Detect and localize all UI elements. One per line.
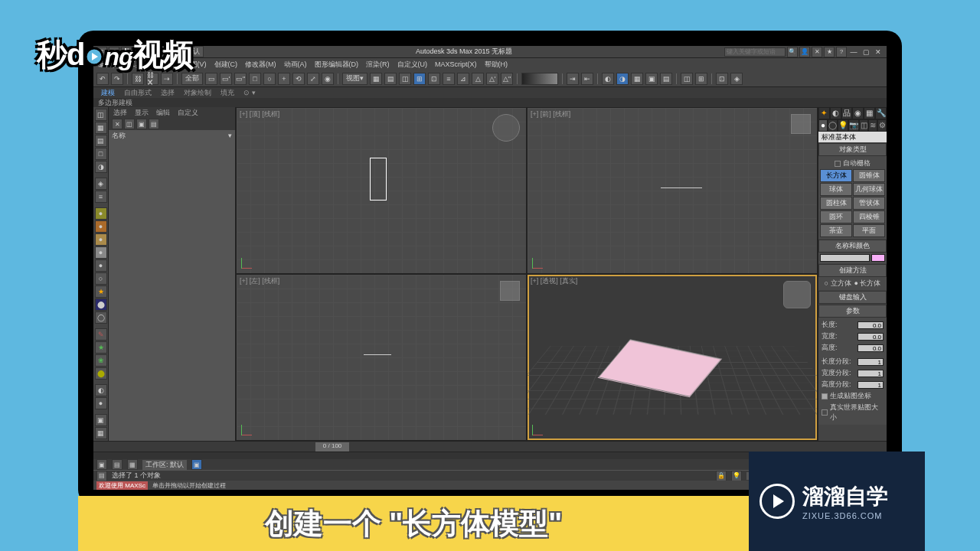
viewport-label[interactable]: [+] [前] [线框] (531, 109, 570, 119)
maximize-button[interactable]: ▢ (861, 47, 871, 57)
geom-sphere-button[interactable]: 球体 (820, 183, 852, 196)
creation-box-radio[interactable]: ● 长方体 (854, 279, 881, 289)
viewcube-icon[interactable] (783, 281, 811, 308)
infocenter-search[interactable] (724, 47, 786, 57)
geom-cone-button[interactable]: 圆锥体 (853, 169, 885, 182)
viewport-label[interactable]: [+] [左] [线框] (240, 276, 279, 286)
tab-motion-icon[interactable]: ◉ (852, 107, 864, 119)
tool-btn[interactable]: ◈ (730, 73, 743, 85)
viewport-label[interactable]: [+] [透视] [真实] (531, 276, 577, 286)
geom-plane-button[interactable]: 平面 (853, 224, 885, 237)
viewcube-icon[interactable] (492, 114, 520, 142)
move-button[interactable]: + (278, 73, 290, 85)
tool-btn[interactable]: △' (486, 73, 498, 85)
scene-tab-custom[interactable]: 自定义 (178, 108, 198, 118)
menu-help[interactable]: 帮助(H) (485, 60, 508, 70)
tab-modify-icon[interactable]: ◐ (830, 107, 841, 119)
lt-icon[interactable]: ⬤ (95, 298, 107, 311)
tool-btn[interactable]: ▣ (645, 73, 658, 85)
lt-icon[interactable]: ● (95, 246, 107, 259)
lt-icon[interactable]: ◯ (95, 311, 107, 324)
height-spinner[interactable]: 0.0 (858, 344, 884, 352)
object-name-field[interactable] (820, 254, 870, 262)
scene-list[interactable] (109, 141, 235, 441)
time-slider-handle[interactable]: 0 / 100 (315, 442, 349, 452)
lt-icon[interactable]: ○ (95, 272, 107, 285)
tab-utilities-icon[interactable]: 🔧 (875, 107, 887, 119)
tool-btn[interactable]: ⊿ (457, 73, 469, 85)
ribbon-tab-more[interactable]: ⊙ ▾ (243, 89, 256, 96)
menu-create[interactable]: 创建(C) (214, 60, 238, 70)
lock-icon[interactable]: 🔒 (716, 471, 727, 481)
tool-btn[interactable]: ≡ (443, 73, 455, 85)
menu-customize[interactable]: 自定义(U) (397, 60, 428, 70)
creation-cube-radio[interactable]: ○ 立方体 (825, 279, 851, 289)
exchange-icon[interactable]: ✕ (812, 47, 822, 57)
tab-create-icon[interactable]: ✦ (818, 107, 830, 119)
tab-hierarchy-icon[interactable]: 品 (841, 107, 853, 119)
subtab-lights-icon[interactable]: 💡 (838, 119, 848, 132)
mini-listener-btn[interactable]: ▣ (96, 459, 107, 470)
lt-icon[interactable]: ✎ (95, 328, 107, 341)
maxscript-listener-icon[interactable]: ▤ (96, 471, 107, 481)
lt-icon[interactable]: ▣ (95, 414, 107, 426)
tool-btn[interactable]: ▭' (220, 73, 232, 85)
lt-icon[interactable]: ★ (95, 285, 107, 298)
tool-btn[interactable]: ◫ (399, 73, 411, 85)
lt-icon[interactable]: ◈ (95, 178, 107, 190)
subtab-cameras-icon[interactable]: 📷 (848, 119, 859, 132)
genmap-checkbox[interactable] (822, 393, 828, 399)
mini-listener-btn[interactable]: ▤ (112, 459, 122, 470)
scene-name-header[interactable]: 名称▾ (109, 130, 235, 141)
viewport-label[interactable]: [+] [顶] [线框] (240, 109, 279, 119)
subtab-shapes-icon[interactable]: ◯ (828, 119, 838, 132)
signin-icon[interactable]: 👤 (799, 47, 810, 57)
material-slot[interactable] (521, 73, 558, 85)
lt-icon[interactable]: ● (95, 233, 107, 246)
ribbon-tab-populate[interactable]: 填充 (220, 88, 234, 98)
geom-torus-button[interactable]: 圆环 (820, 210, 852, 223)
menu-modifiers[interactable]: 修改器(M) (245, 60, 276, 70)
lt-icon[interactable]: ◐ (95, 384, 107, 396)
menu-rendering[interactable]: 渲染(R) (366, 60, 390, 70)
lt-icon[interactable]: ▦ (95, 427, 107, 439)
lt-icon[interactable]: ● (95, 259, 107, 272)
viewport-left[interactable]: [+] [左] [线框] (237, 275, 526, 440)
scene-tool-icon[interactable]: ✕ (112, 119, 122, 129)
menu-maxscript[interactable]: MAXScript(X) (435, 60, 477, 68)
lt-icon[interactable]: ◑ (95, 161, 107, 173)
tool-btn[interactable]: ◐ (602, 73, 614, 85)
ribbon-tab-modeling[interactable]: 建模 (101, 88, 115, 98)
autogrid-checkbox[interactable] (835, 161, 841, 167)
viewcube-icon[interactable] (500, 281, 520, 301)
geom-geosphere-button[interactable]: 几何球体 (853, 183, 885, 196)
statusbar-workspace[interactable]: 工作区: 默认 (142, 460, 187, 470)
geometry-category-dropdown[interactable]: 标准基本体 (818, 132, 887, 142)
listener-prompt[interactable]: 欢迎使用 MAXSc (96, 481, 148, 490)
tool-btn[interactable]: ▭" (234, 73, 247, 85)
lt-icon[interactable]: ≡ (95, 191, 107, 203)
render-setup-button[interactable]: ◑ (616, 73, 629, 85)
tool-btn[interactable]: ⊡ (428, 73, 440, 85)
tool-btn[interactable]: △" (501, 73, 513, 85)
ribbon-tab-freeform[interactable]: 自由形式 (124, 88, 152, 98)
hgtsegs-spinner[interactable]: 1 (858, 381, 884, 389)
tool-btn[interactable]: ○ (263, 73, 276, 85)
rollout-keyboard-entry[interactable]: 键盘输入 (818, 291, 887, 304)
lt-icon[interactable]: ⬤ (95, 367, 107, 380)
lt-icon[interactable]: ★ (95, 341, 107, 354)
geom-box-button[interactable]: 长方体 (820, 169, 852, 182)
mini-listener-btn[interactable]: ▦ (127, 459, 138, 470)
rollout-name-color[interactable]: 名称和颜色 (818, 240, 887, 253)
tool-btn[interactable]: □ (249, 73, 261, 85)
tool-btn[interactable]: ⇤ (581, 73, 593, 85)
lt-icon[interactable]: ❀ (95, 354, 107, 367)
subtab-helpers-icon[interactable]: ◫ (859, 119, 868, 132)
geom-pyramid-button[interactable]: 四棱锥 (853, 210, 885, 223)
tool-btn[interactable]: ⇥ (567, 73, 579, 85)
tool-btn[interactable]: ⊞ (695, 73, 707, 85)
statusbar-btn[interactable]: ▣ (191, 459, 202, 470)
tool-btn[interactable]: ▦ (370, 73, 382, 85)
tool-btn[interactable]: △ (472, 73, 484, 85)
width-spinner[interactable]: 0.0 (858, 333, 884, 341)
